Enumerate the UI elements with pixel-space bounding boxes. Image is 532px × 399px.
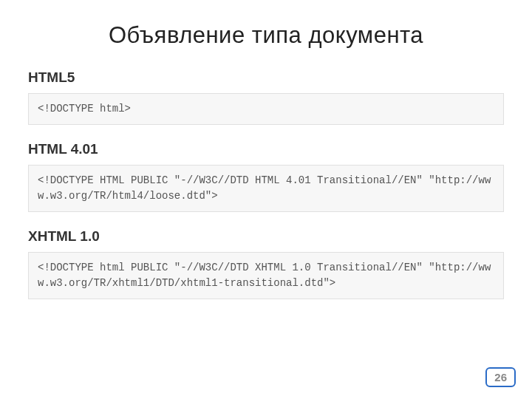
- code-block: <!DOCTYPE html PUBLIC "-//W3C//DTD XHTML…: [28, 252, 504, 299]
- section-html5: HTML5 <!DOCTYPE html>: [22, 69, 510, 125]
- section-xhtml10: XHTML 1.0 <!DOCTYPE html PUBLIC "-//W3C/…: [22, 228, 510, 299]
- section-heading: XHTML 1.0: [28, 228, 504, 245]
- section-heading: HTML 4.01: [28, 141, 504, 157]
- page-number: 26: [485, 367, 516, 387]
- section-heading: HTML5: [28, 69, 504, 86]
- section-html401: HTML 4.01 <!DOCTYPE HTML PUBLIC "-//W3C/…: [22, 141, 510, 212]
- slide-title: Объявление типа документа: [22, 22, 510, 49]
- code-block: <!DOCTYPE HTML PUBLIC "-//W3C//DTD HTML …: [28, 165, 504, 212]
- code-block: <!DOCTYPE html>: [28, 93, 504, 125]
